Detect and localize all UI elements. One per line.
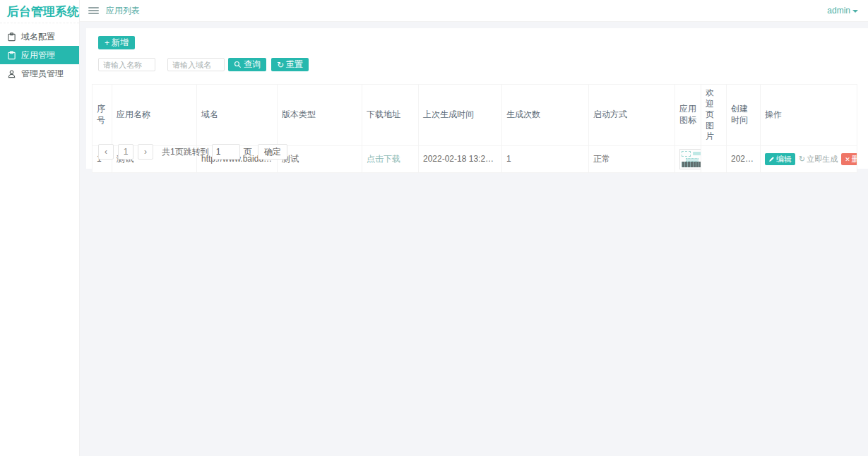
user-icon	[7, 69, 16, 78]
pagination: ‹ 1 › 共1页跳转到 页 确定	[98, 144, 287, 160]
app-icon-thumbnail[interactable]	[679, 149, 701, 169]
pagination-page-1[interactable]: 1	[118, 144, 133, 160]
clipboard-icon	[7, 32, 16, 42]
pagination-info: 共1页跳转到	[162, 146, 209, 158]
reset-button[interactable]: ↻ 重置	[271, 58, 309, 71]
sidebar-item-domain-config[interactable]: 域名配置	[0, 28, 79, 46]
page-suffix: 页	[244, 146, 252, 158]
content-card: 新增 查询 ↻ 重置 序号	[86, 28, 868, 169]
username: admin	[827, 6, 850, 16]
table-header-row: 序号 应用名称 域名 版本类型 下载地址 上次生成时间 生成次数 启动方式 应用…	[93, 85, 857, 146]
apps-table-wrapper: 序号 应用名称 域名 版本类型 下载地址 上次生成时间 生成次数 启动方式 应用…	[92, 84, 857, 173]
column-header: 欢迎页图片	[701, 85, 727, 146]
clipboard-icon	[7, 51, 16, 60]
cell-version-type: 测试	[278, 145, 362, 172]
sidebar: 后台管理系统 域名配置 应用管理 管理员管理	[0, 0, 80, 456]
name-input[interactable]	[98, 58, 155, 71]
column-header: 序号	[93, 85, 112, 146]
search-icon	[234, 61, 242, 68]
pagination-prev[interactable]: ‹	[98, 144, 114, 160]
domain-input[interactable]	[167, 58, 225, 71]
main-content: 新增 查询 ↻ 重置 序号	[80, 22, 868, 456]
column-header: 创建时间	[727, 85, 761, 146]
filter-row: 查询 ↻ 重置	[98, 58, 314, 71]
sidebar-item-label: 应用管理	[21, 49, 55, 61]
generate-button[interactable]: ↻ 立即生成	[799, 154, 838, 164]
search-button[interactable]: 查询	[228, 58, 266, 71]
sidebar-menu: 域名配置 应用管理 管理员管理	[0, 28, 79, 83]
delete-button[interactable]: 删除	[841, 153, 857, 165]
cell-created: 2022-02-...	[727, 145, 761, 172]
app-logo: 后台管理系统	[0, 0, 79, 23]
refresh-icon: ↻	[277, 61, 284, 69]
row-actions: 编辑 ↻ 立即生成 删除	[765, 153, 852, 165]
sidebar-item-label: 管理员管理	[21, 68, 64, 80]
user-menu[interactable]: admin	[827, 6, 858, 16]
cell-launch-mode: 正常	[589, 145, 675, 172]
column-header: 应用名称	[112, 85, 197, 146]
column-header: 应用图标	[675, 85, 701, 146]
sidebar-item-admin-management[interactable]: 管理员管理	[0, 64, 79, 83]
page-jump-input[interactable]	[212, 144, 240, 160]
pagination-next[interactable]: ›	[138, 144, 153, 160]
close-icon	[845, 155, 852, 163]
topbar: 应用列表 admin	[80, 0, 868, 22]
breadcrumb: 应用列表	[106, 5, 140, 17]
cell-last-generated: 2022-02-18 13:21:35	[419, 145, 502, 172]
plus-icon	[105, 38, 112, 48]
column-header: 生成次数	[502, 85, 589, 146]
pencil-icon	[768, 156, 775, 162]
sidebar-item-app-management[interactable]: 应用管理	[0, 46, 79, 64]
apps-table: 序号 应用名称 域名 版本类型 下载地址 上次生成时间 生成次数 启动方式 应用…	[92, 84, 857, 173]
column-header: 上次生成时间	[419, 85, 502, 146]
column-header: 下载地址	[362, 85, 419, 146]
edit-button[interactable]: 编辑	[765, 153, 795, 165]
column-header: 操作	[761, 85, 857, 146]
add-button[interactable]: 新增	[98, 36, 135, 49]
cell-welcome-image	[701, 145, 727, 172]
refresh-icon: ↻	[799, 155, 805, 164]
chevron-down-icon	[852, 10, 858, 13]
sidebar-item-label: 域名配置	[21, 31, 55, 43]
column-header: 版本类型	[278, 85, 362, 146]
menu-toggle-icon[interactable]	[88, 6, 99, 16]
column-header: 启动方式	[589, 85, 675, 146]
cell-generate-count: 1	[502, 145, 589, 172]
column-header: 域名	[197, 85, 278, 146]
download-link[interactable]: 点击下载	[367, 154, 400, 164]
confirm-button[interactable]: 确定	[258, 144, 287, 160]
